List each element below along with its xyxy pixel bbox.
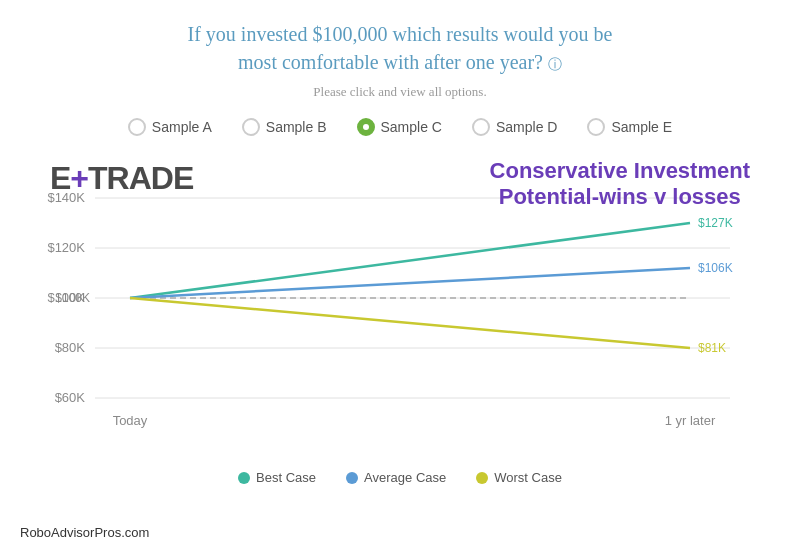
legend-dot-average	[346, 472, 358, 484]
svg-text:$127K: $127K	[698, 216, 733, 230]
svg-text:$120K: $120K	[47, 240, 85, 255]
sample-radio-group: Sample A Sample B Sample C Sample D Samp…	[30, 118, 770, 136]
radio-sample-a[interactable]: Sample A	[128, 118, 212, 136]
legend-label-best: Best Case	[256, 470, 316, 485]
etrade-logo-text: E+TRADE	[50, 160, 193, 196]
legend-label-worst: Worst Case	[494, 470, 562, 485]
footer-url: RoboAdvisorPros.com	[20, 525, 149, 540]
radio-circle-d[interactable]	[472, 118, 490, 136]
radio-circle-c[interactable]	[357, 118, 375, 136]
chart-area: E+TRADE Conservative Investment Potentia…	[30, 150, 770, 460]
radio-label-e: Sample E	[611, 119, 672, 135]
radio-label-a: Sample A	[152, 119, 212, 135]
legend-best-case: Best Case	[238, 470, 316, 485]
svg-text:$100K: $100K	[55, 291, 90, 305]
svg-text:$81K: $81K	[698, 341, 726, 355]
radio-sample-c[interactable]: Sample C	[357, 118, 442, 136]
etrade-logo: E+TRADE	[50, 160, 193, 197]
legend-label-average: Average Case	[364, 470, 446, 485]
question-text: If you invested $100,000 which results w…	[30, 20, 770, 76]
legend-dot-worst	[476, 472, 488, 484]
chart-title-line1: Conservative Investment	[490, 158, 750, 184]
svg-text:$60K: $60K	[55, 390, 86, 405]
radio-circle-a[interactable]	[128, 118, 146, 136]
radio-sample-e[interactable]: Sample E	[587, 118, 672, 136]
svg-text:$106K: $106K	[698, 261, 733, 275]
legend-dot-best	[238, 472, 250, 484]
svg-text:Today: Today	[113, 413, 148, 428]
radio-sample-b[interactable]: Sample B	[242, 118, 327, 136]
legend-worst-case: Worst Case	[476, 470, 562, 485]
subtitle: Please click and view all options.	[30, 84, 770, 100]
chart-title: Conservative Investment Potential-wins v…	[490, 158, 750, 210]
chart-title-line2: Potential-wins v losses	[490, 184, 750, 210]
radio-label-d: Sample D	[496, 119, 557, 135]
svg-text:$80K: $80K	[55, 340, 86, 355]
svg-text:1 yr later: 1 yr later	[665, 413, 716, 428]
chart-legend: Best Case Average Case Worst Case	[30, 470, 770, 485]
radio-circle-b[interactable]	[242, 118, 260, 136]
radio-sample-d[interactable]: Sample D	[472, 118, 557, 136]
legend-average-case: Average Case	[346, 470, 446, 485]
radio-label-c: Sample C	[381, 119, 442, 135]
radio-circle-e[interactable]	[587, 118, 605, 136]
radio-label-b: Sample B	[266, 119, 327, 135]
question-line1: If you invested $100,000 which results w…	[188, 23, 613, 45]
page-container: If you invested $100,000 which results w…	[0, 0, 800, 550]
info-icon: ⓘ	[548, 57, 562, 72]
question-line2: most comfortable with after one year? ⓘ	[238, 51, 562, 73]
